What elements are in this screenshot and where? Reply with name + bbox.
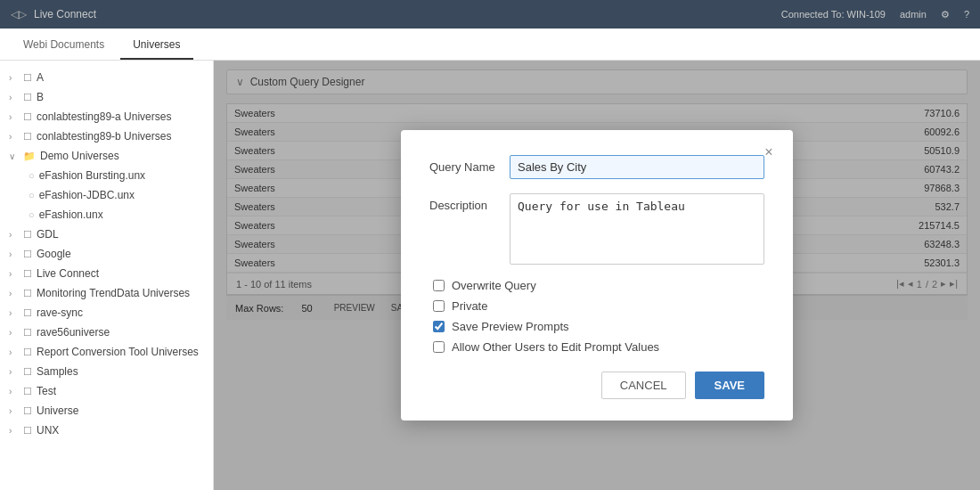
arrow-icon: › — [9, 328, 20, 338]
sidebar-item-rave56[interactable]: › ☐ rave56universe — [0, 323, 213, 342]
overwrite-query-checkbox[interactable] — [433, 280, 445, 291]
arrow-icon: › — [9, 308, 20, 318]
folder-icon: ☐ — [23, 268, 32, 280]
arrow-icon: › — [9, 112, 20, 122]
modal-overlay: × Query Name Description Query for use i… — [214, 61, 980, 490]
sidebar-item-google[interactable]: › ☐ Google — [0, 244, 213, 264]
sidebar-item-label: GDL — [37, 228, 59, 241]
sidebar-item-efashion[interactable]: ○ eFashion.unx — [0, 205, 213, 225]
sidebar-item-efashion-jdbc[interactable]: ○ eFashion-JDBC.unx — [0, 185, 213, 205]
arrow-icon: › — [9, 269, 20, 279]
folder-icon: ☐ — [23, 131, 32, 143]
sidebar-item-demo[interactable]: ∨ 📁 Demo Universes — [0, 146, 213, 166]
top-bar-right: Connected To: WIN-109 admin ⚙ ? — [781, 9, 969, 20]
tab-universes[interactable]: Universes — [120, 31, 192, 60]
folder-icon: ☐ — [23, 111, 32, 123]
arrow-icon: › — [9, 132, 20, 142]
query-name-field: Query Name — [429, 155, 764, 179]
sidebar-item-monitoring[interactable]: › ☐ Monitoring TrendData Universes — [0, 283, 213, 303]
cancel-button[interactable]: CANCEL — [601, 372, 686, 399]
sidebar: › ☐ A › ☐ B › ☐ conlabtesting89-a Univer… — [0, 61, 214, 490]
top-bar: ◁▷ Live Connect Connected To: WIN-109 ad… — [0, 0, 980, 29]
folder-icon: ☐ — [23, 386, 32, 397]
sidebar-item-b[interactable]: › ☐ B — [0, 87, 213, 107]
allow-others-row: Allow Other Users to Edit Prompt Values — [433, 340, 764, 354]
sidebar-item-label: Samples — [37, 365, 78, 378]
arrow-icon: › — [9, 93, 20, 102]
sidebar-item-label: conlabtesting89-a Universes — [37, 110, 171, 123]
folder-open-icon: 📁 — [23, 151, 36, 162]
content-area: ∨ Custom Query Designer Sweaters73710.6S… — [214, 61, 980, 490]
arrow-icon: › — [9, 289, 20, 298]
folder-icon: ☐ — [23, 425, 32, 437]
folder-icon: ☐ — [23, 327, 32, 339]
sidebar-item-unx[interactable]: › ☐ UNX — [0, 421, 213, 440]
folder-icon: ☐ — [23, 72, 32, 84]
sidebar-item-conlab-a[interactable]: › ☐ conlabtesting89-a Universes — [0, 107, 213, 127]
sidebar-item-label: Google — [37, 248, 71, 260]
connected-status: Connected To: WIN-109 — [781, 9, 886, 20]
save-preview-label: Save Preview Prompts — [452, 320, 569, 333]
sidebar-item-label: Universe — [37, 404, 78, 417]
sidebar-item-label: eFashion Bursting.unx — [39, 169, 145, 182]
sidebar-item-samples[interactable]: › ☐ Samples — [0, 362, 213, 381]
app-logo-icon: ◁▷ — [11, 8, 27, 20]
private-checkbox[interactable] — [433, 300, 445, 312]
arrow-icon: › — [9, 426, 20, 436]
sidebar-item-label: Monitoring TrendData Universes — [37, 287, 190, 299]
sidebar-item-label: A — [37, 71, 44, 84]
description-label: Description — [429, 193, 510, 212]
arrow-icon: › — [9, 406, 20, 416]
query-name-input[interactable] — [510, 155, 764, 179]
save-preview-row: Save Preview Prompts — [433, 320, 764, 333]
file-icon: ○ — [29, 170, 35, 181]
sidebar-item-universe[interactable]: › ☐ Universe — [0, 401, 213, 421]
folder-icon: ☐ — [23, 307, 32, 319]
sidebar-item-label: Live Connect — [37, 267, 99, 280]
sidebar-item-label: conlabtesting89-b Universes — [37, 130, 171, 143]
file-icon: ○ — [29, 190, 35, 200]
sidebar-item-liveconnect[interactable]: › ☐ Live Connect — [0, 264, 213, 283]
folder-icon: ☐ — [23, 366, 32, 378]
overwrite-query-label: Overwrite Query — [452, 279, 536, 292]
settings-icon[interactable]: ⚙ — [941, 9, 950, 20]
arrow-icon: ∨ — [9, 151, 20, 161]
save-preview-checkbox[interactable] — [433, 321, 445, 332]
private-label: Private — [452, 299, 487, 313]
arrow-icon: › — [9, 387, 20, 396]
sidebar-item-rave-sync[interactable]: › ☐ rave-sync — [0, 303, 213, 323]
arrow-icon: › — [9, 230, 20, 240]
private-row: Private — [433, 299, 764, 313]
allow-others-checkbox[interactable] — [433, 341, 445, 353]
sidebar-item-label: UNX — [37, 424, 59, 437]
description-input[interactable]: Query for use in Tableau — [510, 193, 764, 265]
sidebar-item-report-conversion[interactable]: › ☐ Report Conversion Tool Universes — [0, 342, 213, 362]
sidebar-item-label: B — [37, 91, 44, 103]
sidebar-item-label: Demo Universes — [40, 150, 119, 162]
top-bar-left: ◁▷ Live Connect — [11, 8, 96, 20]
save-query-modal: × Query Name Description Query for use i… — [401, 130, 793, 421]
sidebar-item-a[interactable]: › ☐ A — [0, 68, 213, 87]
arrow-icon: › — [9, 249, 20, 259]
sidebar-item-label: rave-sync — [37, 306, 83, 319]
overwrite-query-row: Overwrite Query — [433, 279, 764, 292]
allow-others-label: Allow Other Users to Edit Prompt Values — [452, 340, 659, 354]
save-button[interactable]: SAVE — [695, 372, 764, 399]
sidebar-item-label: rave56universe — [37, 326, 110, 339]
tab-webi[interactable]: Webi Documents — [11, 31, 117, 60]
description-field: Description Query for use in Tableau — [429, 193, 764, 265]
folder-icon: ☐ — [23, 249, 32, 260]
modal-close-button[interactable]: × — [759, 143, 779, 162]
folder-icon: ☐ — [23, 288, 32, 299]
sidebar-item-test[interactable]: › ☐ Test — [0, 381, 213, 401]
sidebar-item-gdl[interactable]: › ☐ GDL — [0, 225, 213, 244]
sidebar-item-efashion-bursting[interactable]: ○ eFashion Bursting.unx — [0, 166, 213, 185]
file-icon: ○ — [29, 209, 35, 220]
sidebar-item-conlab-b[interactable]: › ☐ conlabtesting89-b Universes — [0, 127, 213, 146]
arrow-icon: › — [9, 347, 20, 357]
sidebar-item-label: Report Conversion Tool Universes — [37, 346, 199, 358]
folder-icon: ☐ — [23, 92, 32, 103]
help-icon[interactable]: ? — [964, 9, 969, 20]
main-layout: › ☐ A › ☐ B › ☐ conlabtesting89-a Univer… — [0, 61, 980, 490]
folder-icon: ☐ — [23, 229, 32, 241]
